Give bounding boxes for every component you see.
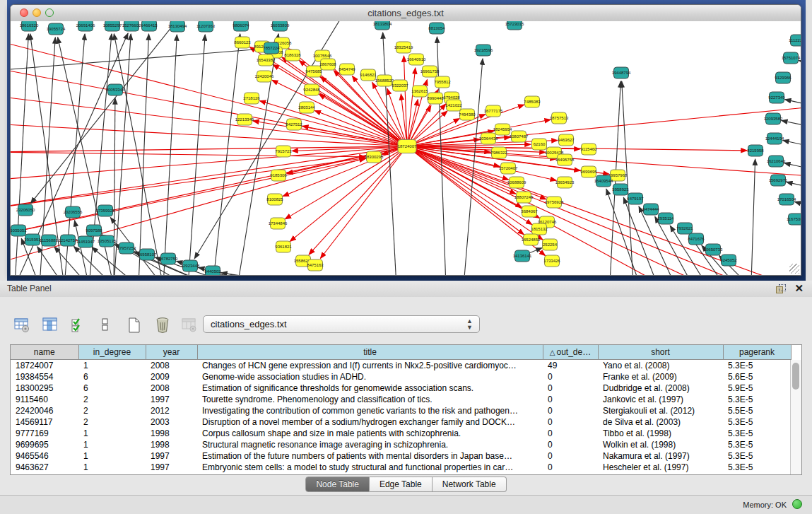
cell-out_degree[interactable]: 0 [543, 371, 598, 382]
cell-title[interactable]: Estimation of the future numbers of pati… [197, 450, 543, 462]
cell-year[interactable]: 1997 [146, 394, 197, 405]
graph-node[interactable]: 8813054 [428, 23, 445, 34]
cell-name[interactable]: 9465546 [11, 450, 78, 462]
graph-node[interactable]: 9475685 [305, 66, 322, 77]
graph-node[interactable]: 9097588 [86, 225, 102, 236]
cell-pagerank[interactable]: 5.5E-5 [723, 405, 791, 416]
column-header-in-degree[interactable]: in_degree [78, 345, 146, 360]
cell-in_degree[interactable]: 6 [78, 382, 146, 394]
column-header-year[interactable]: year [146, 345, 197, 360]
graph-node[interactable]: 12093582 [764, 113, 783, 124]
graph-node[interactable]: 19055724 [47, 23, 66, 35]
cell-name[interactable]: 14569117 [11, 416, 78, 428]
graph-node[interactable]: 9440502 [204, 266, 221, 275]
graph-node[interactable]: 15720407 [499, 163, 518, 174]
cell-title[interactable]: Embryonic stem cells: a model to study s… [197, 462, 543, 473]
graph-node[interactable]: 17957253 [117, 243, 136, 254]
column-header-out-degree[interactable]: △out_de… [543, 345, 598, 360]
graph-node[interactable]: 8100825 [266, 194, 283, 205]
graph-node[interactable]: 10855297 [103, 21, 122, 31]
graph-node[interactable]: 16524851 [522, 234, 541, 245]
cell-name[interactable]: 9699695 [11, 439, 78, 450]
graph-node[interactable]: 12213349 [235, 114, 254, 125]
graph-node[interactable]: 8660123 [234, 37, 251, 48]
graph-node[interactable]: 8475163 [307, 259, 324, 271]
cell-year[interactable]: 1998 [146, 439, 197, 450]
cell-title[interactable]: Tourette syndrome. Phenomenology and cla… [197, 394, 543, 405]
graph-node[interactable]: 18325419 [394, 42, 413, 53]
cell-year[interactable]: 2003 [146, 416, 197, 428]
graph-node[interactable]: 2935114 [658, 213, 675, 224]
graph-node[interactable]: 9129966 [775, 72, 792, 83]
graph-node[interactable]: 18130494 [168, 21, 187, 32]
cell-out_degree[interactable]: 0 [543, 428, 598, 439]
graph-node[interactable]: 10807487 [510, 131, 529, 142]
graph-node[interactable]: 9463627 [558, 134, 575, 146]
cell-in_degree[interactable]: 1 [78, 439, 146, 450]
graph-node[interactable]: 7494380 [459, 109, 476, 120]
graph-node[interactable]: 7932621 [676, 223, 693, 234]
graph-node[interactable]: 16033809 [271, 21, 290, 31]
table-row[interactable]: 911546021997Tourette syndrome. Phenomeno… [11, 394, 791, 405]
graph-node[interactable]: 7955812 [434, 76, 451, 88]
tab-node-table[interactable]: Node Table [305, 477, 370, 492]
graph-node[interactable]: 2718126 [243, 93, 260, 104]
table-row[interactable]: 1938455462009Genome-wide association stu… [11, 371, 791, 382]
cell-short[interactable]: Hescheler et al. (1997) [598, 462, 723, 473]
graph-node[interactable]: 16640910 [407, 54, 426, 65]
graph-node[interactable]: 16777175 [484, 105, 503, 117]
graph-node[interactable]: 1362615 [411, 86, 428, 97]
cell-pagerank[interactable]: 5.9E-5 [723, 382, 791, 394]
new-column-icon[interactable] [124, 314, 145, 337]
table-scrollbar[interactable] [790, 360, 801, 474]
graph-node[interactable]: 8454749 [339, 64, 355, 75]
cell-year[interactable]: 2008 [146, 382, 197, 394]
table-row[interactable]: 977716911998Corpus callosum shape and si… [11, 428, 791, 439]
graph-node[interactable]: 9806074 [233, 21, 249, 31]
graph-node[interactable]: 9699695 [580, 166, 597, 177]
graph-node[interactable]: 10650733 [704, 244, 723, 255]
cell-in_degree[interactable]: 6 [78, 371, 146, 382]
cell-name[interactable]: 22420046 [11, 405, 78, 416]
graph-node[interactable]: 18300295 [365, 151, 384, 163]
graph-node[interactable]: 20053346 [106, 84, 125, 95]
cell-name[interactable]: 9115460 [11, 394, 78, 405]
table-row[interactable]: 2242004622012Investigating the contribut… [11, 405, 791, 416]
cell-pagerank[interactable]: 5.3E-5 [723, 428, 791, 439]
cell-in_degree[interactable]: 2 [78, 416, 146, 428]
graph-node[interactable]: 3684067 [521, 206, 538, 217]
graph-node[interactable]: 11451947 [76, 236, 95, 247]
graph-node[interactable]: 5958923 [612, 184, 629, 195]
cell-pagerank[interactable]: 5.3E-5 [723, 439, 791, 450]
graph-node[interactable]: 13505135 [98, 235, 117, 247]
show-columns-icon[interactable] [40, 314, 61, 337]
cell-pagerank[interactable]: 5.3E-5 [723, 462, 791, 473]
graph-node[interactable]: 11156883 [40, 235, 58, 246]
network-window[interactable]: citations_edges.txt 86601238912955182260… [10, 4, 801, 276]
cell-pagerank[interactable]: 5.3E-5 [723, 416, 791, 428]
graph-node[interactable]: 16409544 [594, 175, 613, 187]
column-header-title[interactable]: title [197, 345, 543, 360]
graph-node[interactable]: 3915951 [24, 234, 41, 245]
graph-node[interactable]: 9115460 [581, 144, 598, 155]
delete-column-icon[interactable] [152, 314, 173, 337]
close-panel-icon[interactable]: ✕ [794, 282, 804, 295]
cell-name[interactable]: 9777169 [11, 428, 78, 439]
graph-node[interactable]: 16495758 [555, 154, 575, 165]
cell-name[interactable]: 19384554 [11, 371, 78, 382]
graph-node[interactable]: 16958107 [138, 249, 157, 260]
graph-node[interactable]: 9242848 [303, 84, 320, 95]
graph-node[interactable]: 1421022 [445, 100, 462, 111]
cell-short[interactable]: Yano et al. (2008) [598, 360, 723, 372]
cell-title[interactable]: Structural magnetic resonance image aver… [197, 439, 543, 450]
graph-node[interactable]: 18757513 [550, 112, 569, 124]
network-canvas[interactable]: 8660123891295518226058982750816543382224… [11, 21, 801, 275]
cell-pagerank[interactable]: 5.3E-5 [723, 394, 791, 405]
graph-node[interactable]: 8471676 [688, 233, 705, 245]
cell-short[interactable]: Dudbridge et al. (2008) [598, 382, 723, 394]
graph-node[interactable]: 13654923 [555, 177, 575, 188]
graph-node[interactable]: 7986322 [490, 147, 507, 158]
graph-node[interactable]: 9474444 [642, 204, 659, 215]
graph-node[interactable]: 5035051 [11, 225, 27, 236]
cell-in_degree[interactable]: 1 [78, 462, 146, 473]
